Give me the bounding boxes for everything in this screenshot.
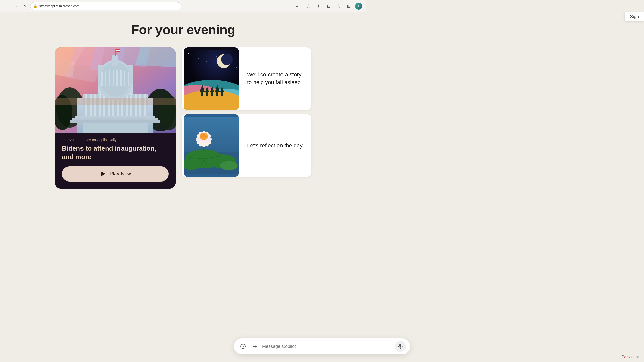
url-text: https://copilot.microsoft.com	[39, 4, 79, 8]
svg-point-52	[204, 55, 204, 55]
svg-point-57	[234, 54, 234, 55]
svg-rect-31	[70, 120, 160, 123]
svg-point-50	[188, 53, 189, 54]
right-cards: We'll co-create a story to help you fall…	[182, 47, 311, 189]
svg-rect-40	[116, 70, 118, 86]
svg-rect-44	[112, 55, 118, 66]
collections-button[interactable]: ⊞	[344, 2, 353, 11]
svg-point-111	[201, 136, 202, 137]
svg-rect-37	[105, 71, 106, 86]
main-card-image	[55, 47, 176, 133]
copilot-button[interactable]: ✦	[314, 2, 323, 11]
browser-chrome: ← → ↻ 🔒 https://copilot.microsoft.com A↑…	[0, 0, 366, 12]
main-news-card[interactable]: Today's top stories on Copilot Daily Bid…	[55, 47, 176, 189]
reflect-day-image	[184, 114, 239, 177]
text-options-button[interactable]: A↑	[294, 2, 303, 11]
sleep-story-card[interactable]: We'll co-create a story to help you fall…	[182, 47, 311, 110]
svg-point-58	[198, 58, 199, 59]
svg-rect-36	[101, 72, 103, 86]
sleep-story-image	[184, 47, 239, 110]
svg-point-60	[214, 60, 214, 60]
svg-point-63	[191, 65, 191, 65]
svg-rect-45	[115, 49, 116, 56]
svg-point-35	[100, 62, 130, 97]
svg-point-54	[216, 56, 217, 57]
svg-text:A↑: A↑	[296, 4, 300, 8]
play-icon	[100, 170, 107, 177]
back-button[interactable]: ←	[3, 3, 10, 10]
svg-rect-38	[109, 70, 110, 86]
main-content: For your evening	[0, 12, 366, 199]
svg-point-110	[203, 135, 204, 137]
svg-point-87	[220, 161, 238, 170]
play-now-button[interactable]: Play Now	[62, 166, 169, 182]
play-now-label: Play Now	[110, 171, 131, 177]
reading-view-button[interactable]: ⊡	[324, 2, 333, 11]
lock-icon: 🔒	[33, 4, 37, 8]
svg-rect-41	[120, 70, 122, 86]
reload-button[interactable]: ↻	[21, 3, 28, 10]
svg-rect-39	[113, 70, 114, 86]
sidebar-button[interactable]: ☆	[334, 2, 343, 11]
profile-button[interactable]: ✦	[354, 2, 363, 11]
svg-point-109	[203, 134, 204, 135]
svg-rect-42	[124, 71, 125, 86]
forward-button[interactable]: →	[12, 3, 19, 10]
svg-rect-43	[128, 72, 129, 86]
address-bar[interactable]: 🔒 https://copilot.microsoft.com	[30, 2, 181, 10]
svg-rect-48	[55, 98, 176, 105]
svg-point-108	[204, 135, 205, 136]
svg-point-59	[206, 61, 207, 62]
reflect-day-description: Let's reflect on the day	[247, 142, 305, 150]
favorites-button[interactable]: ☆	[304, 2, 313, 11]
page-title: For your evening	[30, 22, 336, 37]
card-headline: Bidens to attend inauguration, and more	[62, 144, 169, 161]
main-card-content: Today's top stories on Copilot Daily Bid…	[55, 133, 176, 189]
svg-point-55	[222, 53, 223, 53]
browser-action-buttons: A↑ ☆ ✦ ⊡ ☆ ⊞ ✦	[294, 2, 363, 11]
svg-point-67	[221, 54, 233, 65]
svg-point-51	[195, 52, 195, 52]
svg-point-112	[205, 136, 206, 137]
svg-point-64	[186, 60, 187, 60]
svg-marker-6	[135, 47, 176, 67]
sleep-story-description: We'll co-create a story to help you fall…	[247, 71, 305, 86]
svg-rect-47	[116, 50, 120, 51]
cards-grid: Today's top stories on Copilot Daily Bid…	[55, 47, 311, 189]
sleep-story-text: We'll co-create a story to help you fall…	[241, 66, 311, 92]
svg-point-53	[209, 52, 209, 53]
svg-point-107	[202, 135, 203, 136]
reflect-day-text: Let's reflect on the day	[241, 137, 311, 155]
svg-point-65	[236, 67, 237, 68]
card-subtitle: Today's top stories on Copilot Daily	[62, 138, 169, 142]
reflect-day-card[interactable]: Let's reflect on the day	[182, 114, 311, 177]
